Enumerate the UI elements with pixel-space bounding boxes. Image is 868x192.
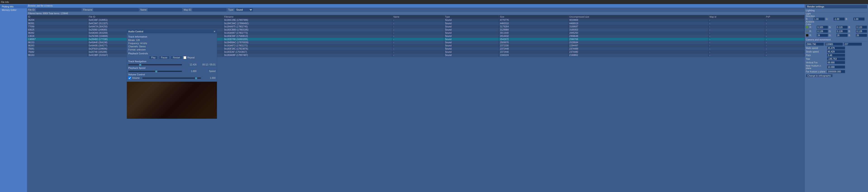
cell-filename: 0x183A08F (17897487)	[223, 53, 393, 57]
file-id-input[interactable]	[36, 8, 82, 11]
filter-bar: File ID: Filename Name: Map ID: Type: So…	[27, 8, 805, 12]
cell-id: 98393	[27, 44, 88, 47]
r2-label: R:	[809, 26, 816, 29]
strafe-speed-row: Strafe speed	[806, 50, 867, 53]
col-pvp[interactable]: PvP	[765, 15, 804, 19]
ambient-color-swatch[interactable]	[806, 26, 808, 29]
cell-size: 4460310	[499, 22, 568, 25]
r4-input[interactable]	[817, 34, 828, 37]
sidebar-item-memory-editor[interactable]: Memory Editor	[0, 8, 27, 12]
play-button[interactable]: Play	[149, 56, 157, 59]
volume-checkbox[interactable]	[128, 77, 131, 80]
table-row[interactable]: 983910x4C0A7 (311327)0x184C9AC (17896492…	[27, 22, 805, 25]
volume-control-label: Volume Control	[128, 73, 216, 76]
g2-input[interactable]	[836, 26, 848, 29]
col-filename[interactable]: Filename	[223, 15, 393, 19]
cell-name: -	[393, 50, 444, 53]
cell-fileId: 0x4C0A7 (311327)	[88, 22, 223, 25]
cell-uncompSize: 2160862	[568, 53, 709, 57]
col-id[interactable]: ID	[27, 15, 88, 19]
channels-value: Stereo	[139, 45, 146, 48]
col-type[interactable]: Type	[444, 15, 499, 19]
track-slider-thumb[interactable]	[139, 64, 141, 66]
vert-fov-input[interactable]	[827, 61, 845, 64]
frequency-value: 44 kHz	[140, 42, 147, 45]
x-input[interactable]	[806, 43, 824, 46]
restart-button[interactable]: Restart	[171, 56, 182, 59]
walls-speed-input[interactable]	[827, 47, 845, 50]
col-size[interactable]: Size	[499, 15, 568, 19]
b2-input[interactable]	[856, 26, 867, 29]
cell-mapId: -	[709, 31, 765, 34]
table-row[interactable]: 770990x4A47A (304250)0x184A975 (17802745…	[27, 25, 805, 28]
cell-pvp: -	[765, 34, 804, 37]
ortho-button[interactable]: Change to orthographic	[806, 74, 833, 77]
near-frust-input[interactable]	[827, 65, 845, 68]
cell-pvp: -	[765, 31, 804, 34]
cell-size: 2372330	[499, 44, 568, 47]
cell-size: 3129984	[499, 28, 568, 31]
channels-row: Channels: Stereo	[128, 45, 216, 48]
map-id-input[interactable]	[192, 8, 226, 11]
g1-input[interactable]	[833, 18, 845, 21]
table-row[interactable]: 362040x4C00F (318951)0x184C28E (17897486…	[27, 19, 805, 22]
cell-filename: 0x183CBB0 (17803185)	[223, 28, 393, 31]
cell-uncompSize: 3168687	[568, 25, 709, 28]
col-file-id[interactable]: File ID	[88, 15, 223, 19]
type-select[interactable]: Sound Texture Model	[235, 8, 253, 11]
b4-input[interactable]	[856, 34, 867, 37]
b3-input[interactable]	[856, 30, 867, 33]
col-name[interactable]: Name	[393, 15, 444, 19]
cell-uncompSize: 2374489	[568, 47, 709, 50]
walls-speed-label: Walls speed	[806, 47, 826, 49]
strafe-speed-input[interactable]	[827, 50, 845, 53]
r2-input[interactable]	[817, 26, 828, 29]
col-map-id[interactable]: Map id	[709, 15, 765, 19]
b1-input[interactable]	[853, 18, 865, 21]
yaw-input[interactable]	[827, 57, 845, 60]
r1-input[interactable]	[813, 18, 825, 21]
repeat-checkbox[interactable]	[183, 56, 186, 59]
browse-bar: Browse .dat file contents	[27, 4, 805, 8]
filename-input[interactable]	[93, 8, 138, 11]
col-uncompressed-size[interactable]: Uncompressed size	[568, 15, 709, 19]
b3-label: B:	[848, 30, 855, 33]
pause-button[interactable]: Pause	[159, 56, 169, 59]
menu-file-info[interactable]: File Info	[1, 1, 9, 3]
speed-slider-thumb[interactable]	[155, 71, 157, 73]
z-input[interactable]	[844, 43, 862, 46]
g3-input[interactable]	[836, 30, 848, 33]
far-frust-input[interactable]	[827, 70, 845, 73]
specular-color-swatch[interactable]	[806, 34, 808, 37]
diffuse-color-swatch[interactable]	[806, 30, 808, 33]
r3-input[interactable]	[817, 30, 828, 33]
lighting-label: Lighting	[806, 9, 867, 12]
y-input[interactable]	[825, 43, 843, 46]
speed-label: Speed	[197, 70, 216, 73]
volume-slider-track[interactable]	[142, 77, 201, 79]
walls-speed-row: Walls speed	[806, 47, 867, 50]
cell-uncompSize: 2590769	[568, 37, 709, 41]
table-header-row: ID File ID Filename Name Type Size Uncom…	[27, 15, 805, 19]
cell-filename: 0x184C9AC (17896492)	[223, 22, 393, 25]
cell-mapId: -	[709, 34, 765, 37]
playback-label: Playback Controls	[128, 52, 216, 55]
g4-input[interactable]	[836, 34, 848, 37]
cell-mapId: -	[709, 25, 765, 28]
volume-checkbox-row: Volume	[128, 77, 140, 80]
cell-pvp: -	[765, 47, 804, 50]
sidebar-item-picking-info[interactable]: Picking Info	[0, 5, 27, 8]
bitrate-label: Bitrate:	[128, 39, 135, 42]
track-slider-track[interactable]	[128, 64, 182, 65]
cell-type: Sound	[444, 44, 499, 47]
speed-slider-track[interactable]	[128, 71, 182, 72]
name-input[interactable]	[148, 8, 182, 11]
pitch-input[interactable]	[827, 54, 845, 57]
playback-speed-label: Playback Speed	[128, 67, 216, 69]
volume-slider-thumb[interactable]	[195, 77, 197, 80]
cell-filename: 0x183A997 (17802773)	[223, 31, 393, 34]
cell-size: 2014432	[499, 34, 568, 37]
cell-type: Sound	[444, 37, 499, 41]
audio-close-icon[interactable]: ✕	[214, 30, 216, 33]
track-slider-row: 12.426 00:12 / 05:01	[128, 63, 216, 66]
